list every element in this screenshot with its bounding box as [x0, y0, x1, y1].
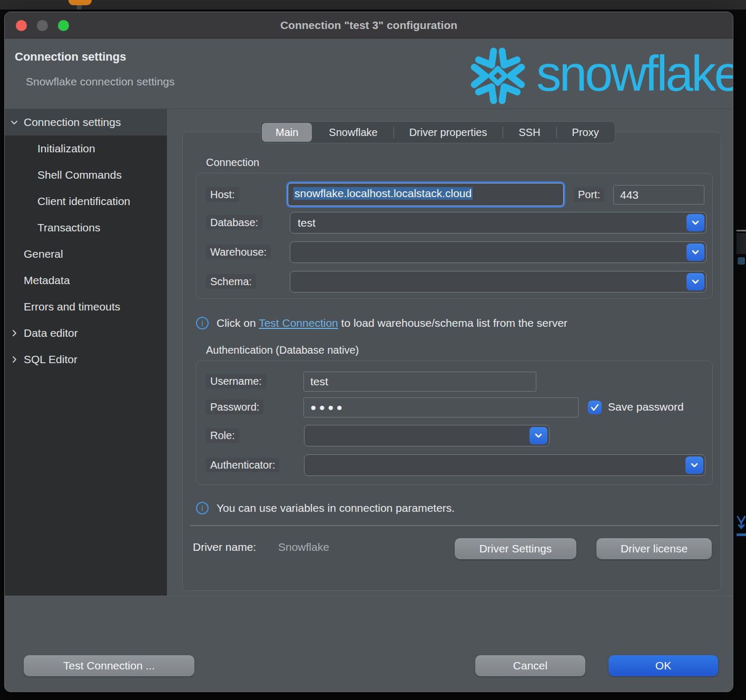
- schema-label: Schema:: [206, 274, 256, 289]
- chevron-down-icon: [692, 220, 699, 226]
- info-icon: i: [195, 316, 209, 330]
- authenticator-label: Authenticator:: [206, 458, 279, 472]
- tree-item-initialization[interactable]: Initialization: [5, 135, 167, 162]
- footer-divider: [5, 596, 733, 596]
- warehouse-label: Warehouse:: [206, 245, 271, 259]
- hint-text: Click on Test Connection to load warehou…: [217, 317, 567, 329]
- role-combo[interactable]: [304, 425, 549, 446]
- tree-item-label: SQL Editor: [24, 353, 77, 366]
- username-input[interactable]: test: [303, 372, 536, 392]
- tab-bar: Main Snowflake Driver properties SSH Pro…: [260, 121, 615, 143]
- port-value: 443: [614, 186, 704, 204]
- tree-item-label: Errors and timeouts: [24, 300, 120, 313]
- tree-item-label: Connection settings: [24, 116, 121, 129]
- test-connection-button[interactable]: Test Connection ...: [24, 655, 194, 676]
- snowflake-logo-icon: [467, 45, 529, 107]
- username-value: test: [304, 372, 536, 391]
- role-label: Role:: [206, 428, 239, 443]
- chevron-right-icon[interactable]: [10, 329, 18, 337]
- schema-combo-dropdown-button[interactable]: [686, 273, 704, 290]
- tab-snowflake[interactable]: Snowflake: [313, 122, 393, 143]
- tree-item-label: Metadata: [24, 274, 70, 287]
- tree-item-transactions[interactable]: Transactions: [5, 215, 167, 241]
- chevron-down-icon: [692, 279, 699, 285]
- chevron-down-icon: [535, 433, 542, 439]
- tree-item-metadata[interactable]: Metadata: [5, 267, 167, 294]
- authenticator-combo-dropdown-button[interactable]: [685, 456, 703, 474]
- window-title: Connection "test 3" configuration: [5, 12, 733, 38]
- chevron-right-icon[interactable]: [10, 355, 18, 364]
- tree-item-sql-editor[interactable]: SQL Editor: [5, 346, 167, 373]
- host-value: snowflake.localhost.localstack.cloud: [293, 187, 473, 200]
- database-label: Database:: [206, 215, 262, 230]
- save-password-checkbox[interactable]: [588, 401, 602, 414]
- save-password-label: Save password: [608, 401, 684, 413]
- tree-item-general[interactable]: General: [5, 241, 167, 267]
- tree-item-label: General: [24, 248, 63, 260]
- settings-tree: Connection settings Initialization Shell…: [5, 109, 168, 596]
- driver-section-divider: [190, 525, 719, 526]
- password-masked-value: ●●●●: [304, 398, 578, 417]
- port-input[interactable]: 443: [613, 185, 704, 205]
- tree-item-shell-commands[interactable]: Shell Commands: [5, 162, 167, 188]
- page-title: Connection settings: [15, 50, 126, 64]
- dialog-header: Connection settings Snowflake connection…: [5, 38, 733, 109]
- variables-hint: i You can use variables in connection pa…: [195, 497, 455, 520]
- tree-item-label: Shell Commands: [37, 169, 122, 181]
- tree-item-errors-and-timeouts[interactable]: Errors and timeouts: [5, 294, 167, 320]
- close-window-button[interactable]: [16, 20, 27, 31]
- background-fragment-panel: [737, 233, 746, 254]
- warehouse-combo[interactable]: [290, 241, 706, 263]
- chevron-down-icon[interactable]: [10, 118, 18, 127]
- background-fragment-bar: [737, 533, 746, 536]
- host-label: Host:: [206, 187, 239, 202]
- driver-settings-button[interactable]: Driver Settings: [455, 538, 576, 559]
- snowflake-wordmark: snowflake: [536, 45, 733, 102]
- warehouse-combo-dropdown-button[interactable]: [686, 244, 704, 261]
- cancel-button[interactable]: Cancel: [475, 655, 585, 676]
- connection-configuration-dialog: Connection "test 3" configuration Connec…: [4, 12, 733, 692]
- branch-arrow-icon: [737, 516, 746, 531]
- ok-button[interactable]: OK: [608, 655, 718, 676]
- authenticator-combo[interactable]: [304, 454, 705, 476]
- host-input[interactable]: snowflake.localhost.localstack.cloud: [288, 183, 564, 206]
- driver-name-label: Driver name:: [193, 541, 256, 553]
- svg-text:i: i: [201, 319, 203, 328]
- tab-driver-properties[interactable]: Driver properties: [394, 122, 503, 143]
- driver-license-button[interactable]: Driver license: [596, 538, 712, 559]
- password-label: Password:: [206, 400, 263, 414]
- minimize-window-button[interactable]: [37, 20, 48, 31]
- background-app-icon: [68, 0, 92, 5]
- tree-item-label: Transactions: [37, 221, 100, 234]
- schema-combo[interactable]: [290, 271, 706, 293]
- tab-ssh[interactable]: SSH: [503, 122, 556, 143]
- authentication-group-title: Authentication (Database native): [206, 344, 359, 356]
- username-label: Username:: [206, 374, 266, 388]
- tab-main[interactable]: Main: [262, 123, 312, 142]
- tab-proxy[interactable]: Proxy: [556, 122, 615, 143]
- test-connection-link[interactable]: Test Connection: [259, 317, 338, 329]
- tree-item-data-editor[interactable]: Data editor: [5, 320, 167, 346]
- test-connection-hint: i Click on Test Connection to load wareh…: [195, 312, 567, 335]
- snowflake-logo: snowflake: [467, 45, 733, 107]
- driver-name-value: Snowflake: [278, 541, 329, 553]
- chevron-down-icon: [692, 250, 699, 255]
- database-combo[interactable]: test: [290, 212, 706, 234]
- tree-item-label: Client identification: [37, 195, 130, 208]
- checkmark-icon: [591, 404, 599, 411]
- database-combo-dropdown-button[interactable]: [686, 214, 704, 231]
- background-fragment-glyph: [738, 257, 745, 265]
- page-subtitle: Snowflake connection settings: [26, 75, 175, 88]
- zoom-window-button[interactable]: [58, 20, 69, 31]
- role-combo-dropdown-button[interactable]: [529, 427, 547, 444]
- titlebar[interactable]: Connection "test 3" configuration: [5, 12, 733, 38]
- tree-item-client-identification[interactable]: Client identification: [5, 188, 167, 215]
- desktop-background: Connection "test 3" configuration Connec…: [0, 0, 746, 700]
- password-input[interactable]: ●●●●: [303, 397, 578, 417]
- connection-group-title: Connection: [206, 157, 259, 169]
- port-label: Port:: [574, 187, 604, 202]
- info-icon: i: [195, 501, 209, 515]
- database-combo-value: test: [290, 212, 706, 233]
- tree-item-connection-settings[interactable]: Connection settings: [5, 109, 167, 135]
- background-fragment-line: [737, 230, 746, 231]
